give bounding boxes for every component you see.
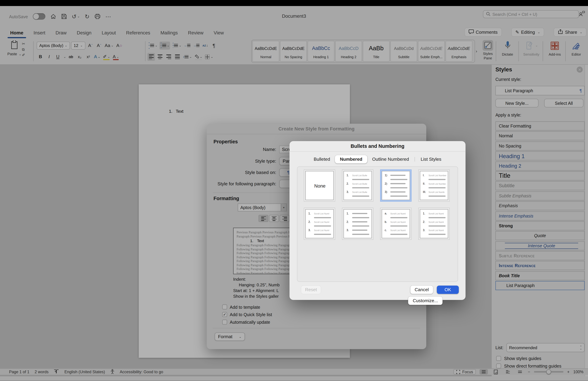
list-preview-group: 2.	[347, 220, 370, 226]
list-marker: 1.	[347, 174, 351, 177]
list-sample-text: Scroll List Bulle	[352, 182, 367, 185]
list-marker: 3.	[308, 228, 313, 232]
placeholder-line	[428, 225, 445, 226]
numbering-option-tile: 1.Scroll List Numl2.Scroll List Numl3.Sc…	[305, 209, 334, 238]
numbering-option-4[interactable]: 1.Scroll List Numl2.Scroll List Numl3.Sc…	[304, 208, 335, 240]
list-marker: 2.	[347, 182, 351, 185]
list-marker: 1.	[308, 212, 313, 215]
numbering-option-1[interactable]: 1.Scroll List Bulle2.Scroll List Bulle3.…	[342, 170, 373, 202]
list-preview-group: 2.Scroll List Numl	[423, 220, 446, 226]
tab-outline-numbered[interactable]: Outline Numbered	[367, 155, 414, 163]
placeholder-line	[390, 234, 407, 235]
list-preview-group: 3.Scroll List Bulle	[347, 190, 370, 197]
numbering-gallery: None1.Scroll List Bulle2.Scroll List Bul…	[304, 170, 450, 240]
numbering-option-7[interactable]: 1.Scroll List Numl2.Scroll List Numl3.Sc…	[418, 208, 450, 240]
list-preview-row: 2.Scroll List Bulle	[347, 182, 370, 185]
numbering-option-6[interactable]: a.Scroll List Numlb.Scroll List Numlc.Sc…	[380, 208, 411, 240]
tab-list-styles[interactable]: List Styles	[416, 155, 446, 163]
list-marker: I.	[423, 174, 427, 177]
list-preview-group: 1.	[347, 212, 370, 218]
customize-button[interactable]: Customize...	[408, 296, 442, 305]
numbering-option-none[interactable]: None	[304, 170, 335, 202]
list-preview-group: 3.Scroll List Numl	[423, 228, 446, 235]
list-preview-row: I.Scroll List Number	[423, 174, 446, 177]
numbering-option-tile: 1.Scroll List Numl2.Scroll List Numl3.Sc…	[420, 209, 448, 238]
placeholder-line	[390, 179, 407, 180]
list-preview-group: 3.Scroll List Numl	[308, 228, 332, 235]
list-preview-row: b.Scroll List Numl	[385, 220, 408, 224]
list-preview-row: c.Scroll List Numl	[385, 228, 408, 232]
list-marker: 3.	[423, 228, 427, 232]
none-label: None	[308, 174, 332, 198]
list-preview-group: III.Scroll List Numb	[423, 190, 446, 197]
numbering-option-tile: I.Scroll List NumberII.Scroll List Numbe…	[420, 171, 448, 200]
placeholder-line	[352, 179, 369, 180]
bullets-numbering-dialog: Bullets and Numbering BulletedNumberedOu…	[290, 141, 466, 300]
list-preview-row: 2.	[347, 220, 370, 224]
list-marker: 2.	[308, 220, 313, 224]
list-preview-row: 2.Scroll List Numl	[423, 220, 446, 224]
list-preview-group: a.Scroll List Numl	[385, 212, 408, 218]
placeholder-line	[390, 191, 405, 193]
numbering-option-3[interactable]: I.Scroll List NumberII.Scroll List Numbe…	[418, 170, 450, 202]
placeholder-line	[390, 225, 407, 226]
numbering-option-tile: 1)2)3)	[382, 171, 410, 200]
list-preview-group: 2.Scroll List Bulle	[347, 182, 370, 188]
list-preview-group: I.Scroll List Number	[423, 174, 446, 180]
numbering-option-5[interactable]: 1.2.3.	[342, 208, 373, 240]
list-preview-row: 3.	[347, 228, 370, 232]
numbering-option-tile: a.Scroll List Numlb.Scroll List Numlc.Sc…	[382, 209, 410, 238]
placeholder-line	[352, 234, 369, 235]
list-sample-text: Scroll List Bulle	[352, 191, 367, 193]
list-marker: III.	[423, 190, 427, 194]
list-sample-text: Scroll List Numb	[428, 191, 444, 193]
cancel-button[interactable]: Cancel	[410, 286, 433, 294]
list-preview-row: 3.Scroll List Numl	[308, 228, 332, 232]
list-preview-row: 1.	[347, 212, 370, 215]
numbering-option-2[interactable]: 1)2)3)	[380, 170, 411, 202]
list-marker: 1)	[385, 174, 389, 177]
list-marker: II.	[423, 182, 427, 185]
list-preview-row: 1.Scroll List Numl	[308, 212, 332, 215]
placeholder-line	[428, 195, 445, 197]
list-preview-row: 1.Scroll List Numl	[423, 212, 446, 215]
list-sample-text: Scroll List Numl	[390, 221, 406, 223]
tab-separator	[415, 157, 415, 161]
list-preview-group: 3)	[385, 190, 408, 197]
placeholder-line	[390, 183, 405, 184]
list-preview-row: 1)	[385, 174, 408, 177]
list-preview-group: 3.	[347, 228, 370, 235]
placeholder-line	[352, 195, 369, 197]
placeholder-line	[314, 234, 331, 235]
list-preview-row: III.Scroll List Numb	[423, 190, 446, 194]
list-preview-group: 1)	[385, 174, 408, 180]
ok-button[interactable]: OK	[437, 286, 459, 294]
list-preview-group: 2)	[385, 182, 408, 188]
list-preview-row: a.Scroll List Numl	[385, 212, 408, 215]
list-sample-text: Scroll List Numl	[390, 229, 406, 231]
placeholder-line	[352, 217, 369, 218]
list-preview-group: II.Scroll List Numbe	[423, 182, 446, 188]
list-sample-text: Scroll List Numl	[314, 221, 329, 223]
tab-numbered[interactable]: Numbered	[335, 155, 367, 163]
tab-bulleted[interactable]: Bulleted	[309, 155, 335, 163]
numbering-tabs: BulletedNumberedOutline NumberedList Sty…	[290, 155, 466, 164]
list-preview-group: 1.Scroll List Numl	[423, 212, 446, 218]
placeholder-line	[314, 225, 331, 226]
placeholder-line	[428, 187, 445, 188]
numbering-option-tile: None	[305, 171, 334, 200]
placeholder-line	[428, 179, 445, 180]
list-marker: 2.	[347, 220, 351, 224]
word-application-window: AutoSave ↺⌄ ↻ ⋯ Document3 Search (Cmd + …	[0, 0, 588, 381]
placeholder-line	[390, 187, 407, 188]
list-sample-text: Scroll List Number	[428, 174, 446, 176]
list-preview-row: 2.Scroll List Numl	[308, 220, 332, 224]
list-sample-text: Scroll List Numl	[428, 221, 444, 223]
list-marker: 3.	[347, 228, 351, 232]
list-sample-text: Scroll List Bulle	[352, 174, 367, 176]
placeholder-line	[390, 175, 405, 176]
list-preview-group: 2.Scroll List Numl	[308, 220, 332, 226]
placeholder-line	[428, 234, 445, 235]
list-preview-row: 3)	[385, 190, 408, 194]
placeholder-line	[352, 213, 367, 214]
